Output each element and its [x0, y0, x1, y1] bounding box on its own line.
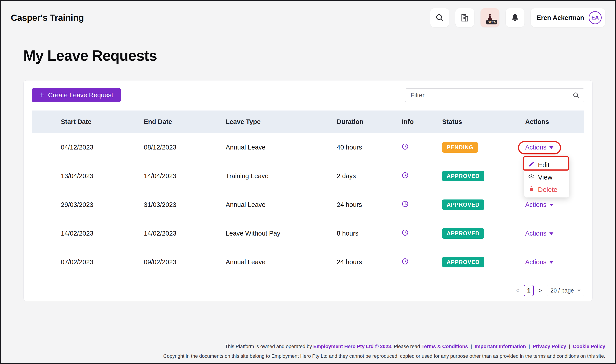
chevron-down-icon — [549, 233, 553, 235]
eye-icon — [528, 173, 535, 181]
leave-requests-card: + Create Leave Request Start Date End Da… — [23, 80, 593, 301]
current-page[interactable]: 1 — [524, 285, 534, 296]
filter-search-icon — [572, 91, 580, 100]
actions-dropdown-trigger[interactable]: Actions — [525, 201, 553, 208]
status-badge: APPROVED — [442, 199, 484, 210]
cell-start-date: 29/03/2023 — [32, 201, 144, 208]
column-header-start-date: Start Date — [32, 118, 144, 126]
cell-start-date: 14/02/2023 — [32, 230, 144, 237]
footer: This Platform is owned and operated by E… — [163, 343, 605, 360]
chevron-down-icon — [549, 146, 553, 149]
column-header-end-date: End Date — [144, 118, 226, 126]
user-name: Eren Ackerman — [536, 14, 584, 22]
cell-leave-type: Annual Leave — [226, 201, 337, 208]
chevron-down-icon — [549, 204, 553, 206]
cell-start-date: 04/12/2023 — [32, 144, 144, 151]
search-icon — [435, 13, 444, 22]
menu-item-edit[interactable]: Edit — [524, 159, 569, 171]
cell-leave-type: Leave Without Pay — [226, 230, 337, 237]
beta-badge: BETA — [486, 20, 497, 25]
avatar: EA — [589, 11, 602, 24]
app-title: Casper's Training — [11, 13, 84, 23]
cell-duration: 40 hours — [337, 144, 402, 151]
column-header-duration: Duration — [337, 118, 402, 126]
cell-duration: 24 hours — [337, 259, 402, 266]
cookie-policy-link[interactable]: Cookie Policy — [573, 344, 605, 349]
chevron-down-icon — [549, 261, 553, 264]
cell-start-date: 13/04/2023 — [32, 172, 144, 180]
page-size-select[interactable]: 20 / page — [547, 285, 584, 296]
leave-requests-table: Start Date End Date Leave Type Duration … — [32, 110, 584, 276]
cell-duration: 8 hours — [337, 230, 402, 237]
cell-duration: 24 hours — [337, 201, 402, 208]
column-header-status: Status — [442, 118, 525, 126]
table-header-row: Start Date End Date Leave Type Duration … — [32, 110, 584, 133]
status-badge: APPROVED — [442, 228, 484, 239]
create-leave-request-button[interactable]: + Create Leave Request — [32, 88, 121, 102]
info-clock-icon[interactable] — [402, 258, 408, 265]
info-clock-icon[interactable] — [402, 143, 408, 150]
beta-features-button[interactable]: BETA — [481, 8, 499, 27]
notifications-button[interactable] — [506, 8, 524, 27]
footer-line2: Copyright in the documents on this site … — [163, 353, 605, 360]
actions-dropdown-trigger[interactable]: Actions — [525, 230, 553, 237]
status-badge: APPROVED — [442, 257, 484, 267]
info-clock-icon[interactable] — [402, 201, 408, 207]
filter-field — [405, 88, 584, 102]
app-root: Casper's Training BETA — [0, 0, 616, 364]
status-badge: APPROVED — [442, 171, 484, 181]
table-row: 04/12/2023 08/12/2023 Annual Leave 40 ho… — [32, 133, 584, 162]
cell-end-date: 08/12/2023 — [144, 144, 226, 151]
cell-leave-type: Annual Leave — [226, 144, 337, 151]
info-clock-icon[interactable] — [402, 172, 408, 179]
menu-item-view[interactable]: View — [524, 171, 569, 183]
page-size-value: 20 / page — [550, 287, 574, 294]
card-toolbar: + Create Leave Request — [32, 88, 584, 102]
cell-start-date: 07/02/2023 — [32, 259, 144, 266]
employment-hero-link[interactable]: Employment Hero Pty Ltd © 2023 — [313, 344, 391, 349]
cell-end-date: 14/04/2023 — [144, 172, 226, 180]
menu-item-delete[interactable]: Delete — [524, 183, 569, 196]
create-leave-request-label: Create Leave Request — [48, 91, 113, 99]
important-information-link[interactable]: Important Information — [475, 344, 526, 349]
footer-line1: This Platform is owned and operated by E… — [163, 343, 605, 350]
table-row: 13/04/2023 14/04/2023 Training Leave 2 d… — [32, 162, 584, 190]
cell-leave-type: Annual Leave — [226, 259, 337, 266]
actions-dropdown-menu: Edit View Delete — [524, 157, 569, 197]
table-row: 14/02/2023 14/02/2023 Leave Without Pay … — [32, 219, 584, 248]
cell-end-date: 09/02/2023 — [144, 259, 226, 266]
cell-duration: 2 days — [337, 172, 402, 180]
terms-conditions-link[interactable]: Terms & Conditions — [422, 344, 468, 349]
company-button[interactable] — [455, 8, 474, 27]
bell-icon — [510, 13, 520, 22]
cell-leave-type: Training Leave — [226, 172, 337, 180]
page-title: My Leave Requests — [23, 47, 615, 64]
info-clock-icon[interactable] — [402, 229, 408, 236]
filter-input[interactable] — [405, 88, 584, 102]
top-actions: BETA Eren Ackerman EA — [430, 8, 605, 27]
trash-icon — [528, 186, 535, 194]
status-badge: PENDING — [442, 142, 478, 153]
table-row: 07/02/2023 09/02/2023 Annual Leave 24 ho… — [32, 248, 584, 276]
cell-end-date: 14/02/2023 — [144, 230, 226, 237]
user-menu[interactable]: Eren Ackerman EA — [531, 8, 605, 27]
column-header-info: Info — [402, 118, 442, 126]
column-header-leave-type: Leave Type — [226, 118, 337, 126]
building-icon — [460, 13, 469, 22]
cell-end-date: 31/03/2023 — [144, 201, 226, 208]
next-page-button[interactable]: > — [538, 287, 542, 294]
chevron-down-icon — [577, 290, 581, 291]
privacy-policy-link[interactable]: Privacy Policy — [533, 344, 566, 349]
actions-dropdown-trigger[interactable]: Actions — [525, 259, 553, 266]
actions-dropdown-trigger[interactable]: Actions — [525, 144, 553, 151]
top-bar: Casper's Training BETA — [1, 1, 615, 35]
pencil-icon — [528, 161, 535, 169]
pagination: < 1 > 20 / page — [32, 285, 584, 296]
prev-page-button[interactable]: < — [516, 287, 520, 294]
search-button[interactable] — [430, 8, 449, 27]
column-header-actions: Actions — [525, 118, 584, 126]
table-row: 29/03/2023 31/03/2023 Annual Leave 24 ho… — [32, 190, 584, 219]
